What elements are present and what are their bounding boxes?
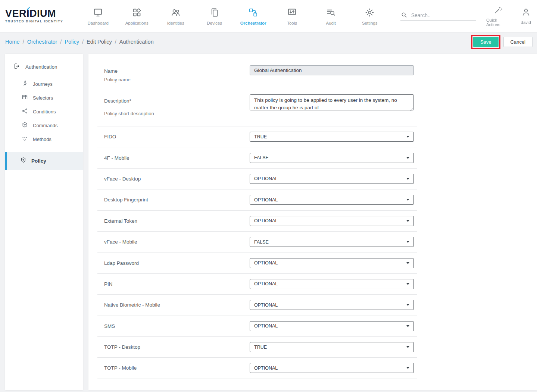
chevron-down-icon [406, 199, 409, 201]
breadcrumb-item-home[interactable]: Home [5, 39, 20, 45]
save-button[interactable]: Save [473, 37, 499, 47]
policy-form: Name Policy name Description* Policy sho… [97, 62, 417, 379]
sidebar-items: JourneysSelectorsConditionsCommandsMetho… [5, 77, 83, 170]
policy-description-textarea[interactable]: This policy is going to be applied to ev… [250, 94, 414, 110]
sidebar-item-commands[interactable]: Commands [5, 119, 83, 132]
commands-icon [22, 122, 33, 129]
conditions-icon [22, 108, 33, 116]
brand-name: VERIDIUM [5, 9, 79, 19]
breadcrumb-bar: Home/Orchestrator/Policy/Edit Policy/Aut… [0, 32, 537, 51]
nav-item-audit[interactable]: Audit [312, 7, 350, 25]
breadcrumb-separator: / [115, 39, 116, 45]
chevron-down-icon [406, 262, 409, 264]
sidebar-item-methods[interactable]: Methods [5, 132, 83, 146]
sidebar-item-policy[interactable]: Policy [5, 152, 83, 170]
select-value: OPTIONAL [254, 281, 278, 286]
select-desktop-fingerprint[interactable]: OPTIONAL [250, 195, 414, 205]
search-input[interactable] [411, 12, 475, 18]
nav-item-dashboard[interactable]: Dashboard [79, 7, 118, 25]
breadcrumb: Home/Orchestrator/Policy/Edit Policy/Aut… [5, 39, 471, 45]
devices-icon [209, 7, 219, 18]
orchestrator-icon [248, 7, 258, 18]
select-4f-mobile[interactable]: FALSE [250, 153, 414, 163]
methods-icon [22, 135, 33, 143]
top-bar: VERIDIUM ✓ TRUSTED DIGITAL IDENTITY Dash… [0, 0, 537, 32]
select-external-token[interactable]: OPTIONAL [250, 216, 414, 226]
logo-check-icon: ✓ [26, 5, 31, 12]
description-label: Description* [104, 98, 250, 104]
form-row-totp-desktop: TOTP - DesktopTRUE [97, 337, 417, 358]
nav-item-orchestrator[interactable]: Orchestrator [234, 7, 273, 25]
breadcrumb-item-policy[interactable]: Policy [65, 39, 79, 45]
select-ldap-password[interactable]: OPTIONAL [250, 258, 414, 268]
select-totp-desktop[interactable]: TRUE [250, 342, 414, 352]
settings-icon [365, 7, 375, 18]
login-icon [13, 63, 25, 71]
select-value: FALSE [254, 155, 269, 160]
chevron-down-icon [406, 178, 409, 180]
chevron-down-icon [406, 367, 409, 369]
name-sublabel: Policy name [104, 77, 250, 82]
cancel-button[interactable]: Cancel [503, 37, 533, 47]
select-value: OPTIONAL [254, 323, 278, 329]
quick-actions-button[interactable]: Quick Actions [486, 5, 511, 27]
page-actions: Save Cancel [471, 35, 533, 49]
chevron-down-icon [406, 304, 409, 306]
content-area: Authentication JourneysSelectorsConditio… [0, 51, 537, 390]
main-nav: DashboardApplicationsIdentitiesDevicesOr… [79, 7, 389, 25]
brand-logo[interactable]: VERIDIUM ✓ TRUSTED DIGITAL IDENTITY [5, 9, 79, 23]
select-value: OPTIONAL [254, 366, 278, 371]
description-sublabel: Policy short description [104, 111, 250, 116]
field-label: vFace - Mobile [97, 239, 250, 245]
breadcrumb-separator: / [60, 39, 62, 45]
select-fido[interactable]: TRUE [250, 132, 414, 142]
form-row-4f-mobile: 4F - MobileFALSE [97, 147, 417, 168]
select-sms[interactable]: OPTIONAL [250, 321, 414, 331]
form-row-external-token: External TokenOPTIONAL [97, 211, 417, 232]
chevron-down-icon [406, 283, 409, 285]
policy-name-input[interactable] [250, 65, 414, 75]
chevron-down-icon [406, 136, 409, 138]
sidebar-item-selectors[interactable]: Selectors [5, 91, 83, 105]
user-menu[interactable]: david [521, 7, 531, 25]
field-label: PIN [97, 281, 250, 287]
field-label: vFace - Desktop [97, 176, 250, 182]
select-totp-mobile[interactable]: OPTIONAL [250, 363, 414, 373]
select-native-biometric-mobile[interactable]: OPTIONAL [250, 300, 414, 310]
select-value: TRUE [254, 134, 267, 139]
form-row-sms: SMSOPTIONAL [97, 316, 417, 337]
nav-item-applications[interactable]: Applications [118, 7, 156, 25]
sidebar-item-conditions[interactable]: Conditions [5, 105, 83, 119]
select-pin[interactable]: OPTIONAL [250, 279, 414, 289]
select-vface-mobile[interactable]: FALSE [250, 237, 414, 247]
chevron-down-icon [406, 241, 409, 243]
journeys-icon [22, 80, 33, 88]
quick-actions-label: Quick Actions [486, 18, 511, 27]
select-vface-desktop[interactable]: OPTIONAL [250, 174, 414, 184]
field-label: 4F - Mobile [97, 155, 250, 161]
policy-icon [20, 157, 31, 165]
form-row-pin: PINOPTIONAL [97, 274, 417, 295]
nav-item-identities[interactable]: Identities [156, 7, 195, 25]
field-label: Native Biometric - Mobile [97, 302, 250, 308]
sidebar: Authentication JourneysSelectorsConditio… [5, 54, 83, 390]
breadcrumb-separator: / [23, 39, 24, 45]
form-row-name: Name Policy name [97, 62, 417, 90]
brand-tagline: TRUSTED DIGITAL IDENTITY [5, 19, 79, 23]
select-value: OPTIONAL [254, 218, 278, 223]
resize-grip-icon[interactable] [410, 108, 413, 111]
nav-item-settings[interactable]: Settings [350, 7, 389, 25]
tools-icon [287, 7, 297, 18]
select-value: OPTIONAL [254, 260, 278, 266]
breadcrumb-item-orchestrator[interactable]: Orchestrator [27, 39, 57, 45]
search-box [400, 11, 476, 21]
breadcrumb-separator: / [82, 39, 84, 45]
nav-item-tools[interactable]: Tools [273, 7, 312, 25]
dashboard-icon [93, 7, 103, 18]
chevron-down-icon [406, 325, 409, 327]
sidebar-header-authentication[interactable]: Authentication [5, 60, 83, 73]
chevron-down-icon [406, 220, 409, 222]
sidebar-item-journeys[interactable]: Journeys [5, 77, 83, 91]
nav-item-devices[interactable]: Devices [195, 7, 234, 25]
field-label: TOTP - Mobile [97, 365, 250, 371]
